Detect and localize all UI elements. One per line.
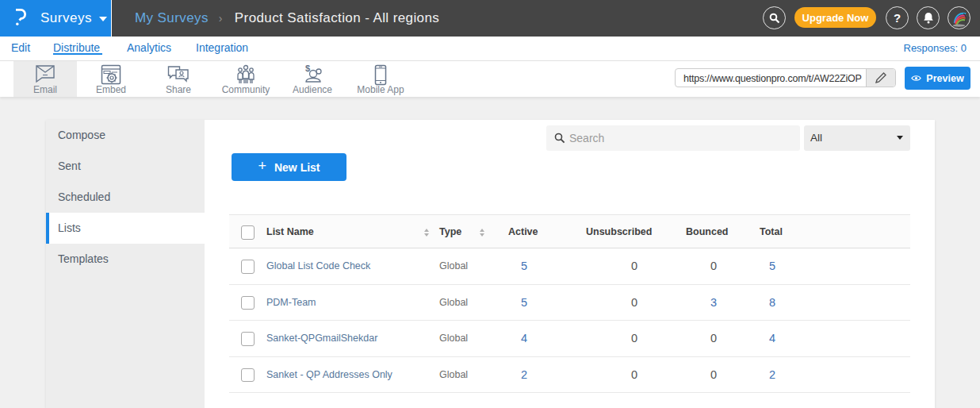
svg-text:$: $ <box>305 64 310 73</box>
